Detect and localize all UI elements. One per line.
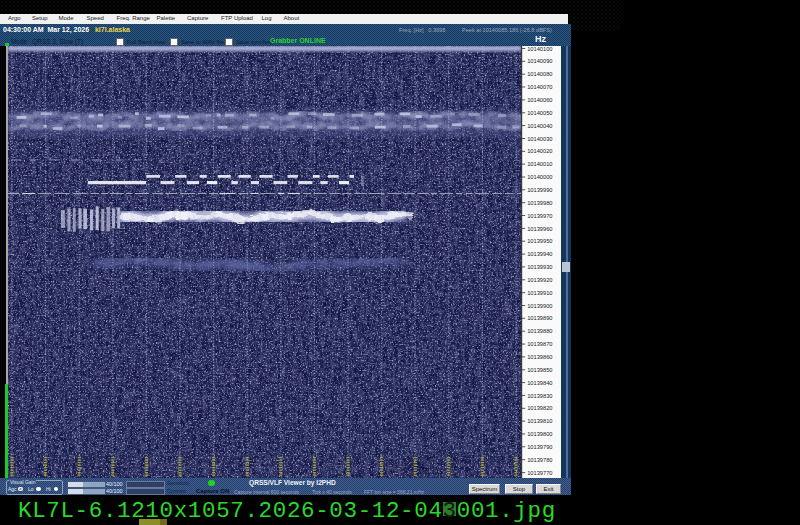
svg-text:10139880: 10139880	[527, 328, 552, 334]
svg-text:10139870: 10139870	[527, 341, 552, 347]
svg-text:10140080: 10140080	[527, 71, 552, 77]
svg-text:10139770: 10139770	[527, 470, 552, 476]
svg-text:10139980: 10139980	[527, 200, 552, 206]
svg-text:10140020: 10140020	[527, 148, 552, 154]
svg-text:10140040: 10140040	[527, 123, 552, 129]
svg-text:10139940: 10139940	[527, 251, 552, 257]
svg-text:10139780: 10139780	[527, 457, 552, 463]
svg-text:10139790: 10139790	[527, 444, 552, 450]
svg-text:10139820: 10139820	[527, 405, 552, 411]
svg-text:10139990: 10139990	[527, 187, 552, 193]
svg-text:10139900: 10139900	[527, 303, 552, 309]
svg-text:10140010: 10140010	[527, 161, 552, 167]
svg-text:10140100: 10140100	[527, 46, 552, 52]
svg-text:10140050: 10140050	[527, 110, 552, 116]
svg-text:10140090: 10140090	[527, 58, 552, 64]
svg-text:10139810: 10139810	[527, 418, 552, 424]
svg-text:10139950: 10139950	[527, 238, 552, 244]
svg-text:10139840: 10139840	[527, 380, 552, 386]
svg-text:10139960: 10139960	[527, 226, 552, 232]
svg-text:10140060: 10140060	[527, 97, 552, 103]
svg-text:10140000: 10140000	[527, 174, 552, 180]
svg-text:10139930: 10139930	[527, 264, 552, 270]
svg-text:10140030: 10140030	[527, 136, 552, 142]
svg-text:10139910: 10139910	[527, 290, 552, 296]
svg-text:10139830: 10139830	[527, 393, 552, 399]
svg-text:10139970: 10139970	[527, 213, 552, 219]
svg-text:10139850: 10139850	[527, 367, 552, 373]
svg-text:10140070: 10140070	[527, 84, 552, 90]
svg-text:10139800: 10139800	[527, 431, 552, 437]
svg-text:10139890: 10139890	[527, 315, 552, 321]
svg-text:10139860: 10139860	[527, 354, 552, 360]
svg-text:10139920: 10139920	[527, 277, 552, 283]
